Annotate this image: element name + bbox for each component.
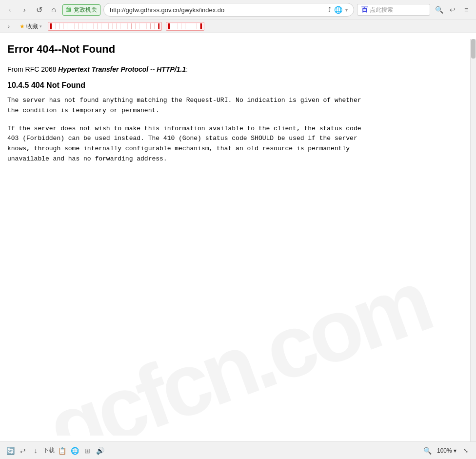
site-badge-label: 党政机关 <box>74 6 97 14</box>
bookmark-item-2[interactable]: ████████ <box>166 22 204 31</box>
rfc-prefix: From RFC 2068 <box>7 65 58 73</box>
address-text: http://ggfw.gdhrss.gov.cn/gwyks/index.do <box>110 6 325 14</box>
bookmark-star-icon: ★ <box>20 23 25 30</box>
site-badge: 🏛 党政机关 <box>62 4 100 16</box>
dropdown-icon: ▾ <box>345 7 348 13</box>
scroll-track[interactable] <box>470 39 476 441</box>
share-icon: ⤴ <box>328 6 331 14</box>
address-bar[interactable]: http://ggfw.gdhrss.gov.cn/gwyks/index.do… <box>103 3 354 17</box>
search-bar[interactable]: 百 点此搜索 <box>357 4 430 16</box>
status-resize-icon[interactable]: ⤡ <box>460 445 471 456</box>
status-screenshot-icon[interactable]: ⊞ <box>82 445 93 456</box>
forward-button[interactable]: › <box>19 4 30 16</box>
status-right: 🔍 100% ▾ ⤡ <box>422 445 471 456</box>
scroll-thumb[interactable] <box>471 39 476 59</box>
status-globe-icon[interactable]: 🌐 <box>69 445 80 456</box>
toolbar-icons: 🔍 ↩ ≡ <box>433 4 472 16</box>
home-button[interactable]: ⌂ <box>48 4 60 16</box>
watermark: gcfcn.com <box>0 237 476 436</box>
bookmark-item-1[interactable]: ████████████████████████████ <box>48 22 162 31</box>
paragraph2: If the server does not wish to make this… <box>7 124 469 164</box>
status-note-icon[interactable]: 📋 <box>57 445 67 456</box>
page-content: Error 404--Not Found From RFC 2068 Hyper… <box>0 33 476 436</box>
status-refresh-icon[interactable]: 🔄 <box>5 445 16 456</box>
status-download-icon[interactable]: ↓ <box>30 445 41 456</box>
status-share-icon[interactable]: ⇄ <box>18 445 28 456</box>
paragraph1: The server has not found anything matchi… <box>7 96 469 116</box>
bookmarks-label: 收藏 <box>26 22 38 31</box>
rfc-italic: Hypertext Transfer Protocol -- HTTP/1.1 <box>58 65 186 73</box>
bookmark-nav: › <box>4 21 14 31</box>
status-left: 🔄 ⇄ ↓ 下载 📋 🌐 ⊞ 🔊 <box>5 445 105 456</box>
bookmarks-folder[interactable]: ★ 收藏 ▾ <box>18 22 44 31</box>
browser-icon: 🌐 <box>334 6 342 14</box>
download-label: 下载 <box>43 446 55 455</box>
undo-button[interactable]: ↩ <box>447 4 458 16</box>
section-heading: 10.4.5 404 Not Found <box>7 81 469 90</box>
bookmark-nav-prev[interactable]: › <box>4 21 14 31</box>
status-search-icon[interactable]: 🔍 <box>422 445 433 456</box>
search-placeholder: 点此搜索 <box>370 6 393 14</box>
bookmarks-dropdown-icon: ▾ <box>40 24 42 29</box>
bookmarks-bar: › ★ 收藏 ▾ ████████████████████████████ ██… <box>0 20 476 33</box>
zoom-level[interactable]: 100% ▾ <box>437 447 456 454</box>
status-bar: 🔄 ⇄ ↓ 下载 📋 🌐 ⊞ 🔊 🔍 100% ▾ ⤡ <box>0 441 476 459</box>
menu-button[interactable]: ≡ <box>460 4 472 16</box>
site-badge-icon: 🏛 <box>66 6 72 13</box>
rfc-line: From RFC 2068 Hypertext Transfer Protoco… <box>7 65 469 73</box>
status-speaker-icon[interactable]: 🔊 <box>95 445 105 456</box>
titlebar: ‹ › ↺ ⌂ 🏛 党政机关 http://ggfw.gdhrss.gov.cn… <box>0 0 476 20</box>
back-button[interactable]: ‹ <box>4 4 16 16</box>
error-title: Error 404--Not Found <box>7 43 469 56</box>
rfc-colon: : <box>186 65 188 73</box>
reload-button[interactable]: ↺ <box>33 4 45 16</box>
browser-chrome: ‹ › ↺ ⌂ 🏛 党政机关 http://ggfw.gdhrss.gov.cn… <box>0 0 476 33</box>
baidu-icon: 百 <box>361 5 368 14</box>
search-toolbar-button[interactable]: 🔍 <box>433 4 445 16</box>
